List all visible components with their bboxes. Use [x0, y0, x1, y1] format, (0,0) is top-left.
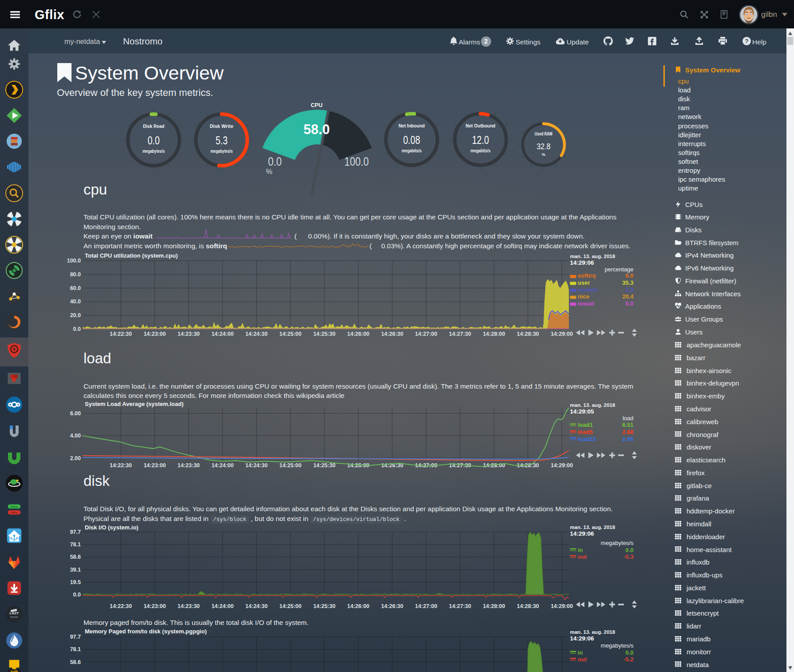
- svg-text:megabytes/s: megabytes/s: [601, 642, 634, 649]
- svg-text:man. 13. aug. 2018: man. 13. aug. 2018: [570, 629, 615, 635]
- svg-text:58.6: 58.6: [70, 659, 81, 665]
- svg-text:-5.2: -5.2: [623, 656, 633, 663]
- svg-text:Online: Online: [11, 505, 18, 508]
- svg-text:out: out: [578, 656, 587, 663]
- svg-text:in: in: [578, 649, 583, 656]
- svg-text:78.1: 78.1: [70, 646, 81, 652]
- svg-text:0.0: 0.0: [625, 649, 633, 656]
- svg-text:Offline: Offline: [11, 511, 18, 514]
- svg-text:Memory Paged from/to disk (sys: Memory Paged from/to disk (system.pgpgio…: [85, 628, 207, 635]
- svg-text:librarian: librarian: [10, 616, 18, 618]
- svg-text:97.7: 97.7: [70, 634, 81, 640]
- svg-text:sab: sab: [11, 669, 18, 672]
- svg-text:?: ?: [745, 38, 749, 44]
- svg-text:14:29:06: 14:29:06: [570, 635, 595, 642]
